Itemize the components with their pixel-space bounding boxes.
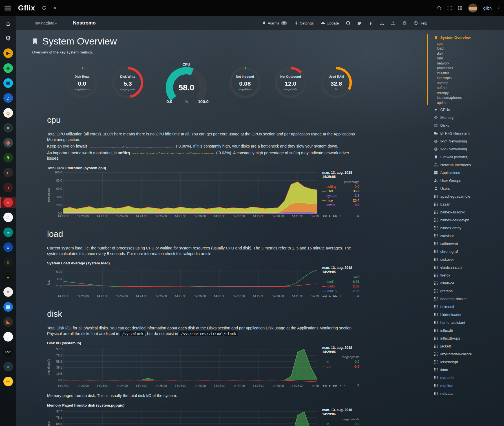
search-icon[interactable]: [437, 6, 442, 10]
cpu-chart-plot[interactable]: 14:22:3014:23:0014:23:3014:24:0014:24:30…: [51, 171, 319, 219]
toc-item-binhex-airsonic[interactable]: binhex-airsonic: [434, 209, 504, 216]
chart-system-load[interactable]: System Load Average (system.load) load 1…: [47, 261, 419, 299]
toc-subitem-disk[interactable]: disk: [437, 51, 504, 56]
toc-subitem-network[interactable]: network: [437, 61, 504, 66]
chart-play-button[interactable]: ▶: [329, 295, 331, 298]
toc-subitem-ipc-semaphores[interactable]: ipc semaphores: [437, 95, 504, 101]
chart-pan-left-button[interactable]: ◀◀: [322, 384, 326, 387]
legend-item-system[interactable]: — system 2.3: [322, 193, 359, 198]
toc-subitem-idlejitter[interactable]: idlejitter: [437, 71, 504, 76]
toc-item-chronograf[interactable]: chronograf: [434, 248, 504, 255]
user-avatar[interactable]: [468, 3, 478, 13]
toc-item-binhex-delugevpn[interactable]: binhex-delugevpn: [434, 217, 504, 224]
sidebar-app-home[interactable]: ⌂: [0, 18, 16, 29]
toc-item-bazarr[interactable]: bazarr: [434, 201, 504, 208]
legend-item-in[interactable]: — in 0.0: [322, 422, 359, 426]
chart-pan-right-button[interactable]: ▶▶: [333, 295, 337, 298]
chart-pan-right-button[interactable]: ▶▶: [333, 214, 337, 217]
toc-item-memory[interactable]: Memory: [434, 114, 504, 121]
chart-resize-handle[interactable]: ⇕: [357, 294, 359, 298]
toc-item-lazylibrarian-calibre[interactable]: lazylibrarian-calibre: [434, 351, 504, 358]
toc-item-netdata[interactable]: netdata: [434, 390, 504, 397]
toc-item-disks[interactable]: Disks: [434, 122, 504, 129]
toc-item-user-groups[interactable]: User Groups: [434, 177, 504, 184]
toc-subitem-ram[interactable]: ram: [437, 56, 504, 61]
sidebar-app-tab-lazy[interactable]: LAZY: [0, 346, 16, 357]
nd-nav-upload[interactable]: [391, 21, 395, 25]
sidebar-app-tab-infinity[interactable]: ∞: [0, 227, 16, 238]
toc-item-lidarr[interactable]: lidarr: [434, 366, 504, 373]
sidebar-app-tab-search[interactable]: Q: [0, 107, 16, 119]
gauge-used-ram[interactable]: Used RAM 32.8 %: [320, 66, 353, 100]
toc-item-binhex-emby[interactable]: binhex-emby: [434, 224, 504, 231]
chart-pan-right-button[interactable]: ▶▶: [333, 384, 337, 387]
toc-item-gitlab-ce[interactable]: gitlab-ce: [434, 280, 504, 287]
toc-item-calibreweb[interactable]: calibreweb: [434, 240, 504, 247]
legend-item-load1[interactable]: — load1 6.51: [322, 280, 359, 284]
toc-item-hddtemp-docker[interactable]: hddtemp-docker: [434, 295, 504, 302]
toc-item-letsencrypt[interactable]: letsencrypt: [434, 358, 504, 365]
toc-item-elasticsearch[interactable]: elasticsearch: [434, 264, 504, 271]
toc-item-system-overview[interactable]: System Overview: [434, 34, 504, 41]
toc-subitem-cpu[interactable]: cpu: [437, 41, 504, 46]
toc-item-jackett[interactable]: jackett: [434, 343, 504, 350]
toc-item-cadvisor[interactable]: cadvisor: [434, 232, 504, 239]
chart-zoom-in-button[interactable]: +: [340, 384, 341, 387]
legend-item-nice[interactable]: — nice 20.4: [322, 198, 359, 203]
toc-item-btrfs-filesystem[interactable]: BTRFS filesystem: [434, 130, 504, 137]
chart-zoom-out-button[interactable]: −: [344, 214, 345, 217]
sidebar-app-tab-orange-play[interactable]: ▶: [0, 48, 16, 59]
nd-nav-twitter[interactable]: [357, 21, 361, 25]
sidebar-app-tab-dots[interactable]: ∴: [0, 212, 16, 223]
fullscreen-icon[interactable]: [447, 6, 452, 10]
chart-system-io[interactable]: Disk I/O (system.io) megabytes/s 14:22:3…: [47, 341, 419, 389]
toc-item-ipv6-networking[interactable]: IPv6 Networking: [434, 146, 504, 153]
nd-nav-facebook[interactable]: [369, 21, 373, 25]
chart-pan-left-button[interactable]: ◀◀: [322, 214, 326, 217]
menu-icon[interactable]: [5, 6, 11, 10]
toc-item-hiddenloader[interactable]: hiddenloader: [434, 311, 504, 318]
chart-zoom-out-button[interactable]: −: [344, 384, 345, 387]
toc-subitem-uptime[interactable]: uptime: [437, 100, 504, 105]
sidebar-app-tab-download[interactable]: ↓: [0, 331, 16, 342]
toc-subitem-entropy[interactable]: entropy: [437, 90, 504, 95]
sidebar-app-tab-dark-x[interactable]: ×: [0, 122, 16, 133]
toc-item-cpus[interactable]: CPUs: [434, 106, 504, 113]
legend-item-softirq[interactable]: — softirq 0.0: [322, 184, 359, 189]
sidebar-app-settings[interactable]: ⚙: [0, 33, 16, 44]
nd-nav-alarms[interactable]: Alarms2: [262, 21, 287, 25]
toc-subitem-softirqs[interactable]: softirqs: [437, 81, 504, 86]
toc-item-ipv4-networking[interactable]: IPv4 Networking: [434, 138, 504, 145]
sidebar-app-tab-teal-box[interactable]: ▣: [0, 77, 16, 89]
nd-nav-settings[interactable]: Settings: [294, 21, 314, 25]
toc-subitem-softnet[interactable]: softnet: [437, 86, 504, 91]
toc-item-grafana[interactable]: grafana: [434, 287, 504, 295]
sidebar-app-tab-drop[interactable]: ♦: [0, 361, 16, 372]
netdata-hostname[interactable]: Nostromo: [73, 20, 96, 26]
toc-item-mariadb[interactable]: mariadb: [434, 374, 504, 381]
chart-system-pgpgio[interactable]: Memory Paged from/to disk (system.pgpgio…: [47, 403, 419, 426]
sidebar-app-tab-green-bolt[interactable]: ↯: [0, 152, 16, 163]
sidebar-app-tab-green-u[interactable]: ∪: [0, 257, 16, 268]
toc-item-firewall-netfilter[interactable]: Firewall (netfilter): [434, 153, 504, 160]
gauge-net-inbound[interactable]: Net Inbound 0.08 megabits/s: [228, 66, 262, 100]
toc-subitem-load[interactable]: load: [437, 46, 504, 51]
close-icon[interactable]: ×: [53, 5, 57, 11]
chart-play-button[interactable]: ▶: [329, 214, 331, 217]
toc-item-network-interfaces[interactable]: Network Interfaces: [434, 161, 504, 168]
gauge-disk-write[interactable]: Disk Write 5.3 megabytes/s: [111, 66, 144, 100]
toc-item-monitorr[interactable]: monitorr: [434, 382, 504, 389]
nd-nav-print[interactable]: [403, 21, 406, 25]
sidebar-app-tab-window[interactable]: ▦: [0, 301, 16, 313]
sidebar-app-tab-orange-dial[interactable]: ◐: [0, 167, 16, 178]
sidebar-app-tab-sab[interactable]: sab: [0, 376, 16, 387]
chart-pan-left-button[interactable]: ◀◀: [322, 295, 326, 298]
refresh-icon[interactable]: [42, 6, 47, 10]
load-chart-plot[interactable]: 14:22:3014:23:0014:23:3014:24:0014:24:30…: [51, 266, 319, 299]
toc-item-diskover[interactable]: diskover: [434, 256, 504, 263]
sidebar-app-tab-fox[interactable]: ◣: [0, 316, 16, 327]
nd-nav-download[interactable]: [380, 21, 384, 25]
chart-zoom-in-button[interactable]: +: [340, 295, 341, 298]
chart-resize-handle[interactable]: ⇕: [357, 383, 359, 387]
sidebar-app-tab-music[interactable]: ♫: [0, 92, 16, 104]
